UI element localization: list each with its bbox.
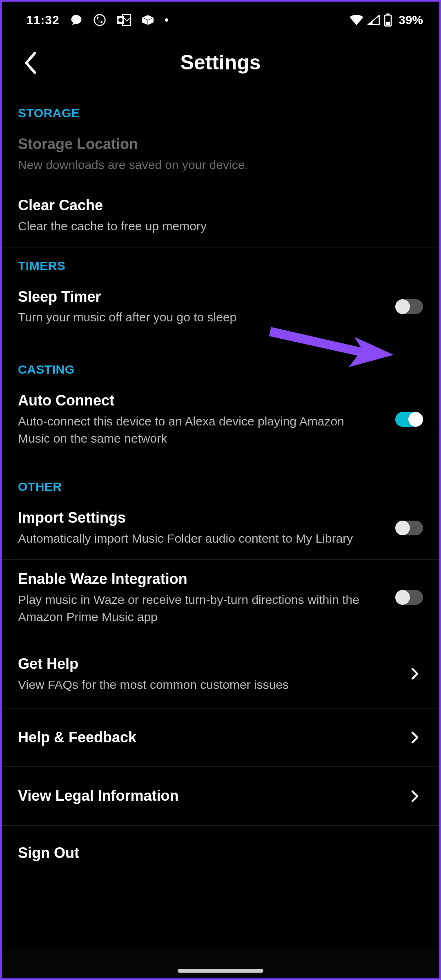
row-get-help[interactable]: Get Help View FAQs for the most common c…: [2, 638, 439, 708]
back-button[interactable]: [18, 51, 42, 75]
page-title: Settings: [180, 51, 261, 74]
page-header: Settings: [2, 34, 439, 95]
import-settings-title: Import Settings: [18, 508, 387, 528]
package-icon: [141, 14, 154, 26]
waze-title: Enable Waze Integration: [18, 570, 387, 589]
storage-location-title: Storage Location: [18, 135, 423, 154]
row-auto-connect[interactable]: Auto Connect Auto-connect this device to…: [2, 381, 439, 459]
row-import-settings[interactable]: Import Settings Automatically import Mus…: [2, 499, 439, 560]
chevron-left-icon: [23, 52, 37, 74]
section-header-timers: TIMERS: [2, 247, 439, 278]
row-waze-integration[interactable]: Enable Waze Integration Play music in Wa…: [2, 560, 439, 638]
sleep-timer-toggle[interactable]: [395, 299, 423, 314]
storage-location-sub: New downloads are saved on your device.: [18, 156, 385, 174]
status-right: 39%: [350, 13, 423, 27]
battery-percentage: 39%: [399, 13, 423, 27]
sleep-timer-title: Sleep Timer: [18, 287, 387, 307]
app-frame: 11:32 39%: [0, 0, 441, 980]
row-help-feedback[interactable]: Help & Feedback: [2, 708, 439, 767]
waze-sub: Play music in Waze or receive turn-by-tu…: [18, 591, 385, 626]
gesture-nav-bar-icon: [178, 969, 263, 973]
chevron-right-icon: [407, 731, 423, 744]
chevron-right-icon: [407, 668, 423, 680]
auto-connect-title: Auto Connect: [18, 391, 387, 410]
auto-connect-sub: Auto-connect this device to an Alexa dev…: [18, 413, 369, 447]
chat-bubble-icon: [70, 14, 82, 26]
notification-dot-icon: [165, 18, 168, 22]
gesture-nav-region[interactable]: [2, 950, 439, 978]
import-settings-toggle[interactable]: [395, 521, 423, 535]
import-settings-sub: Automatically import Music Folder audio …: [18, 530, 385, 547]
row-clear-cache[interactable]: Clear Cache Clear the cache to free up m…: [2, 186, 439, 247]
clear-cache-sub: Clear the cache to free up memory: [18, 218, 385, 235]
cellular-signal-icon: [368, 15, 380, 25]
get-help-sub: View FAQs for the most common customer i…: [18, 676, 385, 693]
clear-cache-title: Clear Cache: [18, 196, 423, 215]
wifi-icon: [350, 15, 363, 25]
whatsapp-icon: [93, 13, 106, 27]
help-feedback-title: Help & Feedback: [18, 728, 407, 747]
row-sign-out[interactable]: Sign Out: [2, 826, 439, 871]
status-time: 11:32: [26, 13, 60, 27]
sleep-timer-sub: Turn your music off after you go to slee…: [18, 309, 385, 326]
waze-toggle[interactable]: [395, 590, 423, 605]
row-legal-information[interactable]: View Legal Information: [2, 767, 439, 826]
row-storage-location: Storage Location New downloads are saved…: [2, 125, 439, 186]
svg-point-3: [118, 18, 122, 22]
section-header-casting: CASTING: [2, 338, 439, 381]
section-header-storage: STORAGE: [2, 95, 439, 125]
status-left: 11:32: [26, 13, 168, 27]
sign-out-title: Sign Out: [18, 844, 423, 863]
svg-rect-5: [386, 13, 390, 15]
legal-title: View Legal Information: [18, 786, 407, 806]
row-sleep-timer[interactable]: Sleep Timer Turn your music off after yo…: [2, 278, 439, 339]
auto-connect-toggle[interactable]: [395, 412, 423, 427]
svg-rect-6: [386, 22, 390, 25]
chevron-right-icon: [407, 790, 423, 802]
outlook-icon: [117, 14, 131, 26]
settings-list: STORAGE Storage Location New downloads a…: [2, 95, 439, 871]
battery-icon: [384, 13, 392, 27]
get-help-title: Get Help: [18, 655, 399, 674]
status-bar: 11:32 39%: [2, 2, 439, 34]
svg-point-0: [94, 15, 105, 26]
section-header-other: OTHER: [2, 459, 439, 499]
